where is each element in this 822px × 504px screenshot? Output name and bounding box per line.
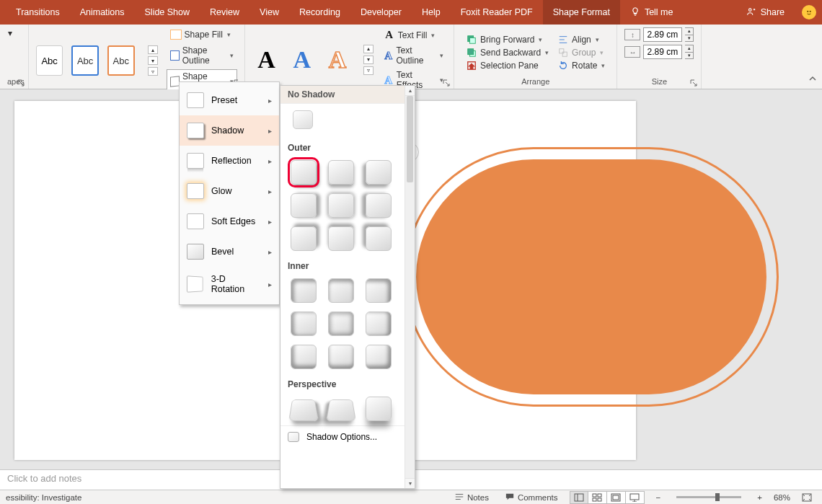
shadow-inner-bottom-right[interactable] bbox=[366, 345, 392, 369]
tab-developer[interactable]: Developer bbox=[350, 0, 412, 25]
submenu-arrow-icon: ▸ bbox=[268, 157, 272, 165]
tab-view[interactable]: View bbox=[249, 0, 289, 25]
shadow-inner-top[interactable] bbox=[328, 278, 354, 303]
effects-shadow[interactable]: Shadow ▸ bbox=[180, 115, 279, 146]
bring-forward-icon bbox=[466, 35, 477, 45]
gallery-prev-row[interactable]: ▴ bbox=[148, 45, 158, 54]
notes-toggle[interactable]: Notes bbox=[450, 492, 493, 503]
view-reading[interactable] bbox=[607, 491, 626, 504]
shadow-inner-bottom[interactable] bbox=[328, 345, 354, 369]
align-button[interactable]: Align▾ bbox=[556, 34, 606, 45]
gallery-open[interactable]: ▿ bbox=[148, 67, 158, 76]
wordart-next-row[interactable]: ▾ bbox=[363, 56, 374, 64]
shape-outline-dropdown[interactable]: Shape Outline▾ bbox=[167, 43, 237, 68]
effects-reflection[interactable]: Reflection ▸ bbox=[180, 146, 279, 176]
effects-soft-edges[interactable]: Soft Edges ▸ bbox=[180, 206, 279, 236]
shadow-inner-top-right[interactable] bbox=[366, 278, 392, 303]
selection-pane-button[interactable]: Selection Pane bbox=[464, 60, 550, 71]
bring-forward-button[interactable]: Bring Forward▾ bbox=[464, 34, 550, 45]
shadow-outer-offset-right[interactable] bbox=[291, 193, 317, 218]
shape-style-preset-2[interactable]: Abc bbox=[71, 45, 99, 76]
view-sorter[interactable] bbox=[588, 491, 607, 504]
shape-width-input[interactable] bbox=[643, 45, 682, 59]
tab-slideshow[interactable]: Slide Show bbox=[135, 0, 200, 25]
dialog-launcher-size[interactable] bbox=[689, 79, 698, 87]
zoom-value[interactable]: 68% bbox=[774, 493, 790, 502]
scroll-thumb[interactable] bbox=[407, 96, 413, 182]
zoom-in[interactable]: + bbox=[753, 493, 766, 502]
zoom-slider[interactable] bbox=[676, 496, 741, 498]
send-backward-button[interactable]: Send Backward▾ bbox=[464, 47, 550, 58]
effects-bevel[interactable]: Bevel ▸ bbox=[180, 236, 279, 267]
tell-me-search[interactable]: Tell me bbox=[620, 0, 684, 25]
wordart-style-2[interactable]: A bbox=[288, 44, 316, 76]
effects-3d-rotation[interactable]: 3-D Rotation ▸ bbox=[180, 267, 279, 301]
shadow-inner-bottom-left[interactable] bbox=[291, 345, 317, 369]
wordart-open[interactable]: ▿ bbox=[363, 66, 374, 75]
shadow-inner-left[interactable] bbox=[291, 311, 317, 336]
shape-style-preset-3[interactable]: Abc bbox=[107, 45, 135, 76]
height-spinner[interactable]: ▴▾ bbox=[685, 27, 694, 42]
shapes-gallery-more[interactable]: ▾ bbox=[7, 27, 17, 39]
text-effects-icon: A bbox=[384, 74, 394, 87]
shadow-gallery-header-inner: Inner bbox=[280, 255, 415, 274]
text-outline-dropdown[interactable]: A Text Outline▾ bbox=[381, 44, 446, 67]
shadow-gallery-scrollbar[interactable]: ▴ ▾ bbox=[405, 86, 415, 488]
wordart-style-1[interactable]: A bbox=[252, 44, 280, 76]
rotate-button[interactable]: Rotate▾ bbox=[556, 60, 606, 71]
shape-style-preset-1[interactable]: Abc bbox=[36, 45, 63, 76]
effects-preset[interactable]: Preset ▸ bbox=[180, 85, 279, 115]
dialog-launcher-shapes[interactable] bbox=[17, 79, 25, 87]
shadow-outer-offset-bottom-right[interactable] bbox=[291, 160, 317, 185]
tab-help[interactable]: Help bbox=[412, 0, 451, 25]
shadow-outer-offset-top-left[interactable] bbox=[366, 226, 392, 251]
shadow-outer-offset-center[interactable] bbox=[328, 193, 354, 218]
gallery-next-row[interactable]: ▾ bbox=[148, 56, 158, 65]
width-spinner[interactable]: ▴▾ bbox=[685, 45, 694, 59]
view-slideshow[interactable] bbox=[626, 491, 645, 504]
selected-shape-oval[interactable] bbox=[404, 147, 779, 407]
wordart-style-3[interactable]: A bbox=[323, 44, 351, 76]
shape-effects-menu: Preset ▸ Shadow ▸ Reflection ▸ Glow ▸ So… bbox=[179, 81, 280, 305]
shadow-perspective-3[interactable] bbox=[366, 397, 392, 421]
tab-shape-format[interactable]: Shape Format bbox=[543, 0, 620, 25]
tab-foxit[interactable]: Foxit Reader PDF bbox=[451, 0, 543, 25]
shadow-inner-top-left[interactable] bbox=[291, 278, 317, 303]
shadow-inner-right[interactable] bbox=[366, 311, 392, 336]
zoom-out[interactable]: − bbox=[652, 493, 666, 502]
shadow-outer-offset-left[interactable] bbox=[366, 193, 392, 218]
shadow-inner-center[interactable] bbox=[328, 311, 354, 336]
shadow-outer-offset-top-right[interactable] bbox=[291, 226, 317, 251]
glow-icon bbox=[187, 183, 204, 199]
fit-to-window[interactable] bbox=[797, 493, 816, 502]
tab-recording[interactable]: Recording bbox=[289, 0, 350, 25]
comments-toggle[interactable]: Comments bbox=[500, 492, 562, 503]
soft-edges-icon bbox=[187, 213, 204, 229]
shadow-none[interactable] bbox=[291, 108, 317, 133]
account-smile-icon[interactable] bbox=[802, 5, 816, 19]
scroll-down[interactable]: ▾ bbox=[405, 478, 415, 488]
svg-rect-9 bbox=[562, 52, 567, 56]
shadow-perspective-1[interactable] bbox=[288, 399, 319, 421]
group-objects-button[interactable]: Group▾ bbox=[556, 47, 606, 58]
shape-height-input[interactable] bbox=[643, 27, 682, 42]
text-fill-dropdown[interactable]: A Text Fill▾ bbox=[381, 27, 446, 43]
shadow-options-button[interactable]: Shadow Options... bbox=[280, 425, 415, 448]
tab-transitions[interactable]: Transitions bbox=[6, 0, 70, 25]
scroll-up[interactable]: ▴ bbox=[405, 86, 415, 96]
tab-animations[interactable]: Animations bbox=[70, 0, 135, 25]
dialog-launcher-wordart[interactable] bbox=[442, 79, 451, 87]
submenu-arrow-icon: ▸ bbox=[268, 97, 272, 105]
tab-review[interactable]: Review bbox=[200, 0, 249, 25]
collapse-ribbon-button[interactable] bbox=[808, 74, 818, 86]
view-normal[interactable] bbox=[570, 491, 588, 504]
shadow-perspective-2[interactable] bbox=[326, 399, 356, 421]
shape-fill-dropdown[interactable]: Shape Fill▾ bbox=[167, 27, 237, 42]
accessibility-status[interactable]: essibility: Investigate bbox=[6, 493, 81, 502]
effects-glow[interactable]: Glow ▸ bbox=[180, 176, 279, 206]
shadow-outer-offset-top[interactable] bbox=[328, 226, 354, 251]
shadow-outer-offset-bottom[interactable] bbox=[328, 160, 354, 185]
wordart-prev-row[interactable]: ▴ bbox=[363, 45, 374, 53]
shadow-outer-offset-bottom-left[interactable] bbox=[366, 160, 392, 185]
share-button[interactable]: Share bbox=[736, 6, 795, 19]
